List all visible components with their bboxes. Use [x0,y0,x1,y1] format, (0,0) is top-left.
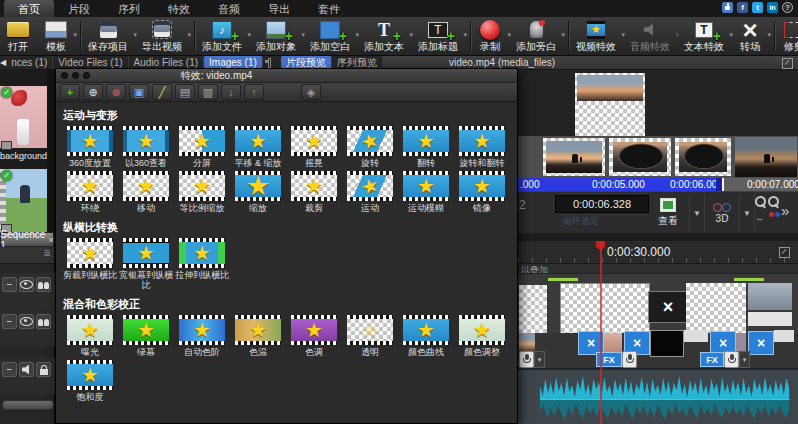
detach-panel-icon[interactable] [268,58,271,68]
toolbar-button[interactable]: 修剪 ▾ [778,18,798,54]
maximize-window-icon[interactable] [83,72,90,79]
anaglyph-icon[interactable] [769,212,774,217]
view-button[interactable]: 查看 [647,194,689,232]
narration-mic-icon[interactable] [724,351,739,368]
fx-badge[interactable]: FX [700,352,724,367]
clip-thumbnail[interactable] [604,333,622,353]
dropdown-caret-icon[interactable]: ▾ [133,31,137,39]
menu-item[interactable]: 特效 [154,0,204,17]
close-window-icon[interactable] [61,72,68,79]
toolbar-button[interactable]: 录制 ▾ [474,18,506,54]
toolbar-button[interactable]: 添加旁白 ▾ [512,18,560,54]
sequence-tab[interactable]: Sequence 1 × [0,232,54,247]
like-icon[interactable] [722,2,733,13]
effect-item[interactable]: ★ 环绕 [62,171,118,213]
effects-toolbar-icon[interactable]: ↓ [221,84,241,100]
effect-item[interactable]: ★ 透明 [342,315,398,357]
video-clip[interactable] [748,283,792,310]
effect-item[interactable]: ★ 缩放 [230,171,286,213]
track-visibility-button[interactable] [19,277,34,292]
collapse-track-button[interactable]: − [2,362,17,377]
effect-item[interactable]: ★ 等比例缩放 [174,171,230,213]
menu-item[interactable]: 音频 [204,0,254,17]
toolbar-button[interactable]: 保存项目 ▾ [84,18,132,54]
view-dropdown-caret[interactable]: ▼ [689,194,705,232]
effect-item[interactable]: ★ 曝光 [62,315,118,357]
film-frame[interactable] [735,137,797,177]
clip-thumbnail[interactable] [519,333,535,353]
effect-item[interactable]: ★ 以360查看 [118,126,174,168]
film-frame[interactable] [543,138,605,176]
effects-toolbar-icon[interactable]: ▥ [198,84,218,100]
expand-panel-icon[interactable] [782,58,793,69]
effect-item[interactable]: ★ 平移 & 缩放 [230,126,286,168]
toolbar-button[interactable]: 音频特效 ▾ [626,18,674,54]
track-group-button[interactable] [36,314,51,329]
toolbar-button[interactable]: 添加对象 ▾ [252,18,300,54]
close-icon[interactable]: × [48,235,53,245]
twitter-icon[interactable]: t [752,2,763,13]
effects-window-title-bar[interactable]: 特效: video.mp4 [56,69,517,83]
menu-item[interactable]: 片段 [54,0,104,17]
effects-toolbar-icon[interactable]: + [60,84,80,100]
toolbar-button[interactable]: 添加文本 ▾ [360,18,408,54]
toolbar-button[interactable]: 转场 ▾ [734,18,766,54]
collapse-track-button[interactable]: − [2,314,17,329]
toolbar-button[interactable]: 模板 ▾ [40,18,72,54]
toolbar-button[interactable]: 打开 [2,18,34,54]
effects-toolbar-icon[interactable]: ⊗ [106,84,126,100]
effect-item[interactable]: ★ 绿幕 [118,315,174,357]
effect-item[interactable]: ★ 拉伸到纵横比 [174,238,230,290]
track-volume-slider[interactable] [2,400,54,410]
menu-item[interactable]: 序列 [104,0,154,17]
narration-mic-icon[interactable] [519,351,534,368]
effect-item[interactable]: ★ 颜色调整 [454,315,510,357]
effects-toolbar-icon[interactable]: ▣ [129,84,149,100]
facebook-icon[interactable]: f [737,2,748,13]
effect-item[interactable]: ★ 裁剪 [286,171,342,213]
media-tab[interactable]: nces (1) [6,56,53,69]
expand-timeline-icon[interactable] [779,247,790,258]
film-frame[interactable] [675,138,731,176]
playhead-line[interactable] [600,241,602,424]
scrub-playhead-marker[interactable] [716,178,722,191]
effect-item[interactable]: ★ 剪裁到纵横比 [62,238,118,290]
toolbar-button[interactable]: 视频特效 ▾ [572,18,620,54]
zoom-out-icon[interactable] [755,196,767,208]
dropdown-caret-icon[interactable]: ▾ [767,31,771,39]
3d-dropdown-caret[interactable]: ▼ [739,194,755,232]
menu-item[interactable]: 套件 [304,0,354,17]
dropdown-caret-icon[interactable]: ▾ [355,31,359,39]
media-panel-scrollbar[interactable] [47,69,55,232]
linkedin-icon[interactable]: in [767,2,778,13]
film-frame[interactable] [609,138,671,176]
effect-item[interactable]: ★ 旋转 [342,126,398,168]
effect-item[interactable]: ★ 摇晃 [286,126,342,168]
fit-width-icon[interactable]: ↔ [755,213,764,223]
track-group-button[interactable] [36,277,51,292]
effect-item[interactable]: ★ 翻转 [398,126,454,168]
effect-item[interactable]: ★ 移动 [118,171,174,213]
video-clip[interactable] [748,312,792,326]
track-lock-button[interactable] [36,362,51,377]
track-mute-button[interactable] [19,362,34,377]
dropdown-caret-icon[interactable]: ▾ [73,31,77,39]
zoom-in-icon[interactable] [768,196,780,208]
toolbar-button[interactable]: 文本特效 ▾ [680,18,728,54]
effects-toolbar-icon[interactable]: ⊕ [83,84,103,100]
effects-toolbar-icon[interactable]: ╱ [152,84,172,100]
effect-item[interactable]: ★ 色调 [286,315,342,357]
dropdown-caret-icon[interactable]: ▾ [187,31,191,39]
3d-button[interactable]: 3D [705,194,739,232]
blank-clip[interactable] [684,330,708,342]
toolbar-button[interactable]: 添加标题 ▾ [414,18,462,54]
clip-dropdown-caret[interactable]: ▾ [739,351,750,368]
track-visibility-button[interactable] [19,314,34,329]
effect-item[interactable]: ★ 360度放置 [62,126,118,168]
help-icon[interactable]: ? [782,2,793,13]
dropdown-caret-icon[interactable]: ▾ [507,31,511,39]
dropdown-caret-icon[interactable]: ▾ [675,31,679,39]
dropdown-caret-icon[interactable]: ▾ [301,31,305,39]
effect-item[interactable]: ★ 运动模糊 [398,171,454,213]
clip-thumbnail[interactable] [736,333,746,351]
